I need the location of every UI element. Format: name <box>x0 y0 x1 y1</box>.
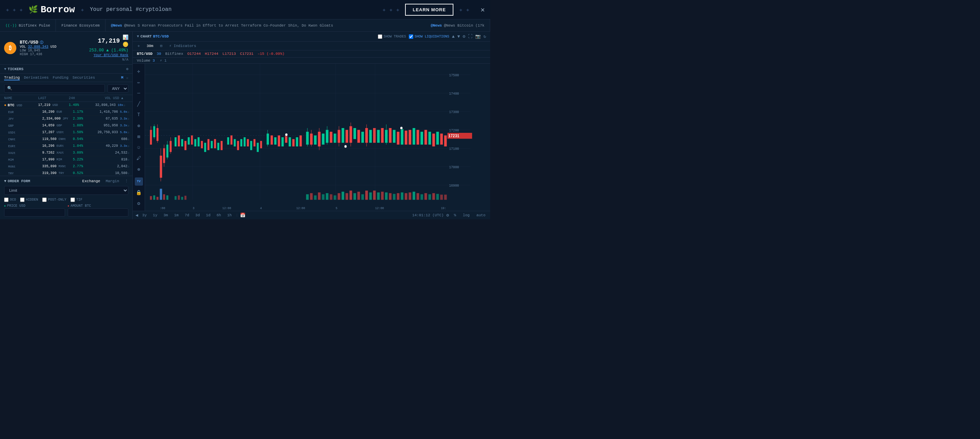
fib-draw-tool[interactable]: ⊞ <box>134 132 144 141</box>
star-icon[interactable]: ☆ <box>127 164 132 169</box>
show-trades-label[interactable]: SHOW TRADES <box>378 34 406 39</box>
timeframe-3y[interactable]: 3y <box>140 212 149 218</box>
any-select[interactable]: ANY <box>108 85 128 93</box>
list-item[interactable]: CNHt 119,560 CNHt 0.54% 686 ☆ <box>0 136 132 143</box>
timeframe-btn-30m[interactable]: 30m <box>145 43 156 49</box>
list-item[interactable]: USDt 17,207 USDt 1.50% 20,750,933 5.0x ☆ <box>0 129 132 136</box>
coin-icon-btn[interactable]: 🪙 <box>123 42 128 47</box>
star-icon[interactable]: ☆ <box>127 144 132 148</box>
timeframe-3m[interactable]: 3m <box>161 212 170 218</box>
tab-trading[interactable]: Trading <box>4 75 20 80</box>
list-item[interactable]: EURt 16,296 EURt 1.04% 49,229 3.3x ☆ <box>0 143 132 150</box>
checkbox-oco[interactable]: OCO <box>4 198 16 202</box>
crosshair-draw-tool[interactable]: ✛ <box>134 66 144 76</box>
chart-camera-icon[interactable]: 📷 <box>475 34 480 39</box>
tif-checkbox[interactable] <box>70 198 75 202</box>
brush-draw-tool[interactable]: 🖊 <box>134 153 144 163</box>
list-item[interactable]: XAUt 9.7262 XAUt 3.09% 24,532 ☆ <box>0 150 132 156</box>
chart-type-btn[interactable]: ⊟ <box>158 43 164 49</box>
search-input[interactable] <box>14 86 102 91</box>
timeframe-1m[interactable]: 1m <box>172 212 180 218</box>
learn-more-button[interactable]: LEARN MORE <box>405 4 453 16</box>
measure-draw-tool[interactable]: ⊕ <box>134 121 144 131</box>
price-input[interactable] <box>4 208 65 217</box>
star-icon[interactable]: ☆ <box>123 103 132 107</box>
text-draw-tool[interactable]: T <box>134 110 144 120</box>
pencil-draw-tool[interactable]: ✏ <box>134 77 144 87</box>
order-more-icon[interactable]: ⋮ <box>124 179 128 183</box>
ticker-finance[interactable]: Finance Ecosystem <box>56 19 105 31</box>
pair-symbol[interactable]: BTC/USD <box>20 40 38 45</box>
vol-value-link[interactable]: 32,898,343 <box>28 45 48 49</box>
star-icon[interactable]: ☆ <box>127 150 132 155</box>
chart-expand-icon[interactable]: ⛶ <box>468 34 473 39</box>
star-icon[interactable]: ☆ <box>127 110 132 114</box>
close-icon[interactable]: ✕ <box>480 5 485 14</box>
zoom-draw-tool[interactable]: ⊕ <box>134 164 144 174</box>
list-item[interactable]: GBP 14,059 GBP 1.88% 951,958 3.3x ☆ <box>0 122 132 129</box>
star-icon[interactable]: ☆ <box>127 123 132 128</box>
order-tab-exchange[interactable]: Exchange <box>83 179 100 183</box>
col-vol[interactable]: VOL USD ▲ <box>89 96 123 100</box>
list-item[interactable]: ●BTC USD 17,219 USD 1.49% 32,898,343 10x… <box>0 102 132 109</box>
checkbox-hidden[interactable]: HIDDEN <box>20 198 38 202</box>
percent-btn[interactable]: % <box>452 212 458 218</box>
tab-securities[interactable]: Securities <box>73 75 95 80</box>
tab-m-btn[interactable]: M <box>121 76 124 80</box>
order-tab-margin[interactable]: Margin <box>105 179 119 183</box>
col-name[interactable]: NAME <box>4 96 38 100</box>
oco-checkbox[interactable] <box>4 198 8 202</box>
ticker-news-1[interactable]: @News @News S Korean Prosecutors Fail in… <box>105 19 425 31</box>
ticker-news-2[interactable]: @News @News Bitcoin (17k <box>425 19 490 31</box>
timeframe-3d[interactable]: 3d <box>193 212 202 218</box>
tab-derivatives[interactable]: Derivatives <box>24 75 49 80</box>
list-item[interactable]: MXNt 335,890 MXNt 2.77% 2,042 ☆ <box>0 163 132 170</box>
star-icon[interactable]: ☆ <box>127 137 132 141</box>
list-item[interactable]: MIM 17,990 MIM 5.22% 818 ☆ <box>0 156 132 163</box>
chart-down-icon[interactable]: ▼ <box>458 34 460 39</box>
star-icon[interactable]: ☆ <box>127 117 132 121</box>
star-icon[interactable]: ☆ <box>127 171 132 176</box>
list-item[interactable]: JPY 2,334,000 JPY 2.39% 67,635 3.3x ☆ <box>0 115 132 122</box>
timeframe-6h[interactable]: 6h <box>215 212 223 218</box>
tab-funding[interactable]: Funding <box>53 75 68 80</box>
trend-line-tool[interactable]: ╱ <box>134 99 144 109</box>
chart-refresh-icon[interactable]: ↻ <box>484 34 486 39</box>
settings-small-icon[interactable]: ⚙ <box>446 212 449 218</box>
log-btn[interactable]: log <box>461 212 472 218</box>
order-form-chevron[interactable]: ▼ <box>4 179 6 183</box>
show-liq-checkbox[interactable] <box>409 34 413 39</box>
chart-settings-icon[interactable]: ⚙ <box>463 34 465 39</box>
tickers-chevron[interactable]: ▼ <box>4 67 6 71</box>
settings-draw-tool[interactable]: ⚙ <box>134 198 144 208</box>
horizontal-line-tool[interactable]: — <box>134 88 144 98</box>
col-last[interactable]: LAST <box>38 96 69 100</box>
search-box[interactable]: 🔍 <box>4 84 105 93</box>
tickers-gear-icon[interactable]: ⚙ <box>126 67 128 71</box>
auto-btn[interactable]: auto <box>474 212 487 218</box>
hidden-checkbox[interactable] <box>20 198 24 202</box>
timeframe-1h[interactable]: 1h <box>225 212 234 218</box>
checkbox-tif[interactable]: TIF <box>70 198 83 202</box>
star-icon[interactable]: ☆ <box>127 130 132 134</box>
amount-input[interactable] <box>68 208 129 217</box>
order-type-select[interactable]: Limit <box>4 186 128 195</box>
chart-up-icon[interactable]: ▲ <box>452 34 455 39</box>
indicators-btn[interactable]: ⚡ Indicators <box>167 43 198 49</box>
info-icon[interactable]: ⓘ <box>40 40 43 45</box>
smile-draw-tool[interactable]: ☺ <box>134 143 144 152</box>
timeframe-1y[interactable]: 1y <box>151 212 159 218</box>
star-icon[interactable]: ☆ <box>127 157 132 162</box>
post-only-checkbox[interactable] <box>42 198 47 202</box>
crosshair-tool-btn[interactable]: ✛ <box>135 43 142 49</box>
pair-rank[interactable]: Your BTC/USD Rank <box>94 53 128 57</box>
list-item[interactable]: EUR 16,290 EUR 1.17% 1,416,706 5.0x ☆ <box>0 109 132 115</box>
timeframe-7d[interactable]: 7d <box>183 212 191 218</box>
ticker-pulse[interactable]: ((·)) Bitfinex Pulse <box>0 19 56 31</box>
tab-star-btn[interactable]: ☆ <box>126 76 128 80</box>
show-liquidations-label[interactable]: SHOW LIQUIDATIONS <box>409 34 449 39</box>
prev-page-icon[interactable]: ◀ <box>135 212 138 218</box>
chart-icon-btn[interactable]: 📊 <box>123 34 128 40</box>
chart-calendar-icon[interactable]: 📅 <box>240 212 245 218</box>
show-trades-checkbox[interactable] <box>378 34 382 39</box>
